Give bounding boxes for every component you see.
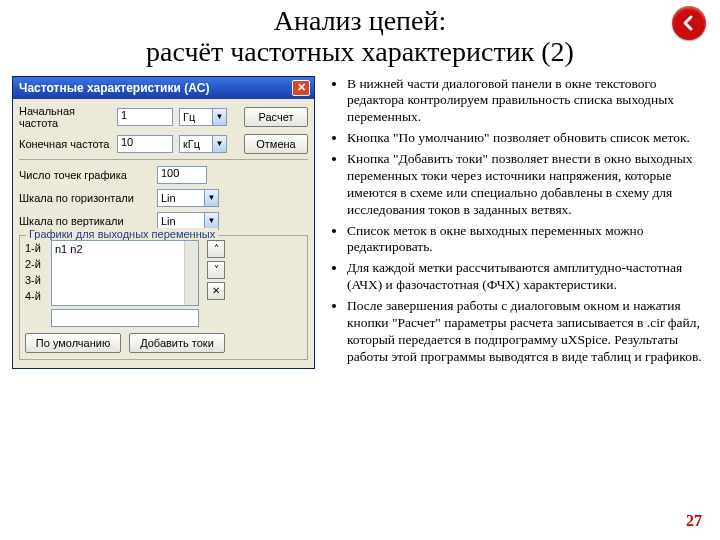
bullet-list: В нижней части диалоговой панели в окне … [329,76,710,366]
cancel-button[interactable]: Отмена [244,134,308,154]
chevron-left-icon [680,14,698,32]
end-freq-input[interactable]: 10 [117,135,173,153]
start-freq-label: Начальная частота [19,105,117,129]
start-freq-unit[interactable]: Гц ▼ [179,108,227,126]
remove-button[interactable]: ✕ [207,282,225,300]
axis-labels: 1-й 2-й 3-й 4-й [25,240,47,327]
chevron-down-icon: ▼ [212,109,226,125]
dialog-title: Частотные характеристики (AC) [19,81,292,95]
bullet-item: Список меток в окне выходных переменных … [347,223,710,257]
bullet-item: Кнопка "По умолчанию" позволяет обновить… [347,130,710,147]
move-up-button[interactable]: ˄ [207,240,225,258]
outputs-list[interactable]: n1 n2 [51,240,199,306]
points-input[interactable]: 100 [157,166,207,184]
bullet-item: Для каждой метки рассчитываются амплитуд… [347,260,710,294]
chevron-down-icon: ▼ [212,136,226,152]
xscale-select[interactable]: Lin ▼ [157,189,219,207]
ac-dialog: Частотные характеристики (AC) ✕ Начальна… [12,76,315,369]
close-button[interactable]: ✕ [292,80,310,96]
add-currents-button[interactable]: Добавить токи [129,333,225,353]
slide-title: Анализ цепей: расчёт частотных характери… [40,6,680,68]
chevron-down-icon: ▼ [204,213,218,229]
bullet-item: Кнопка "Добавить токи" позволяет внести … [347,151,710,219]
back-button[interactable] [672,6,706,40]
start-freq-input[interactable]: 1 [117,108,173,126]
move-down-button[interactable]: ˅ [207,261,225,279]
yscale-label: Шкала по вертикали [19,215,157,227]
end-freq-unit[interactable]: кГц ▼ [179,135,227,153]
calc-button[interactable]: Расчет [244,107,308,127]
points-label: Число точек графика [19,169,157,181]
xscale-label: Шкала по горизонтали [19,192,157,204]
dialog-titlebar[interactable]: Частотные характеристики (AC) ✕ [13,77,314,99]
chevron-down-icon: ▼ [204,190,218,206]
page-number: 27 [686,512,702,530]
outputs-edit-input[interactable] [51,309,199,327]
defaults-button[interactable]: По умолчанию [25,333,121,353]
outputs-groupbox: Графики для выходных переменных 1-й 2-й … [19,235,308,360]
bullet-item: В нижней части диалоговой панели в окне … [347,76,710,127]
end-freq-label: Конечная частота [19,138,117,150]
bullet-item: После завершения работы с диалоговым окн… [347,298,710,366]
groupbox-legend: Графики для выходных переменных [26,228,218,240]
scrollbar[interactable] [184,241,198,305]
